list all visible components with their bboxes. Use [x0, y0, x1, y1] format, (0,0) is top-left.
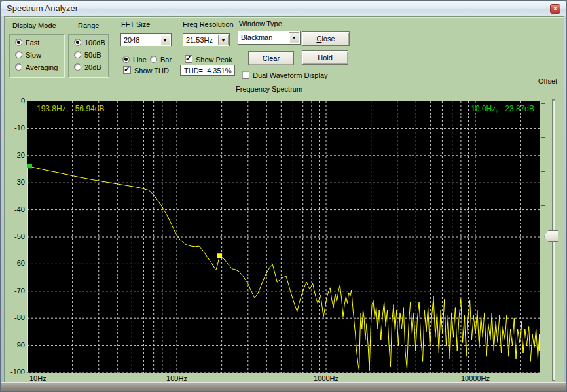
- y-tick-label: -100: [5, 368, 25, 376]
- title-bar[interactable]: Spectrum Analyzer x: [1, 1, 567, 16]
- y-tick-label: -50: [5, 232, 25, 240]
- offset-slider-thumb[interactable]: [544, 230, 558, 242]
- fft-size-select[interactable]: 2048 ▼: [120, 33, 172, 46]
- y-tick-label: -70: [5, 287, 25, 294]
- window-bottom-frame: [1, 382, 567, 391]
- radio-range-20db[interactable]: 20dB: [74, 63, 108, 72]
- fft-size-label: FFT Size: [121, 20, 150, 28]
- y-tick-label: -90: [5, 341, 25, 349]
- y-tick-label: -40: [5, 205, 25, 213]
- close-icon[interactable]: x: [550, 4, 560, 14]
- range-label: Range: [78, 22, 99, 29]
- y-axis-labels: 0-10-20-30-40-50-60-70-80-90-100: [5, 101, 25, 376]
- window-type-select[interactable]: Blackman ▼: [238, 31, 301, 45]
- y-tick-label: -20: [5, 151, 25, 159]
- x-tick-label: 100Hz: [151, 374, 203, 382]
- clear-button[interactable]: Clear: [248, 51, 294, 65]
- close-button[interactable]: Close: [302, 31, 350, 46]
- chart-title: Frequency Spectrum: [236, 85, 302, 93]
- freq-resolution-label: Freq Resolution: [183, 20, 234, 28]
- show-peak-checkbox[interactable]: ✓: [185, 55, 192, 63]
- radio-icon[interactable]: [74, 51, 81, 58]
- y-tick-label: -80: [5, 313, 25, 321]
- radio-icon[interactable]: [150, 56, 157, 63]
- show-peak-label: Show Peak: [196, 56, 232, 63]
- y-tick-label: -60: [5, 259, 25, 267]
- y-tick-label: -10: [5, 124, 25, 132]
- radio-icon[interactable]: [74, 63, 81, 71]
- display-mode-group: Fast Slow Averaging: [9, 34, 64, 77]
- spectrum-plot-svg: [27, 101, 540, 373]
- window-title: Spectrum Analyzer: [7, 3, 78, 13]
- radio-icon[interactable]: [122, 56, 130, 63]
- offset-label: Offset: [538, 77, 557, 85]
- chevron-down-icon[interactable]: ▼: [218, 35, 229, 45]
- window-type-label: Window Type: [239, 20, 282, 27]
- chevron-down-icon[interactable]: ▼: [289, 32, 299, 43]
- freq-resolution-select[interactable]: 21.53Hz ▼: [183, 33, 230, 46]
- x-tick-label: 1000Hz: [300, 374, 352, 382]
- radio-bar[interactable]: Bar: [150, 55, 174, 64]
- display-mode-label: Display Mode: [12, 22, 56, 29]
- dual-waveform-label: Dual Waveform Display: [253, 71, 328, 79]
- offset-slider-ticks: [541, 103, 545, 376]
- cursor-readout: 10.0Hz, -23.87dB: [471, 104, 534, 113]
- radio-icon[interactable]: [15, 51, 22, 58]
- show-thd-label: Show THD: [134, 67, 169, 75]
- radio-display-slow[interactable]: Slow: [15, 50, 61, 60]
- spectrum-analyzer-window: Spectrum Analyzer x Display Mode Fast Sl…: [0, 0, 567, 392]
- chevron-down-icon[interactable]: ▼: [160, 35, 170, 45]
- radio-icon[interactable]: [15, 39, 22, 46]
- dual-waveform-checkbox[interactable]: ✓: [242, 71, 249, 79]
- range-group: 100dB 50dB 20dB: [68, 34, 109, 77]
- x-tick-label: 10Hz: [29, 374, 46, 382]
- spectrum-plot[interactable]: 193.8Hz, -56.94dB 10.0Hz, -23.87dB: [27, 101, 540, 373]
- radio-icon[interactable]: [74, 39, 81, 46]
- y-tick-label: 0: [5, 97, 25, 105]
- client-area: Display Mode Fast Slow Averaging Range 1…: [4, 16, 564, 383]
- radio-display-fast[interactable]: Fast: [15, 38, 61, 47]
- y-tick-label: -30: [5, 178, 25, 186]
- radio-icon[interactable]: [15, 63, 22, 71]
- radio-line[interactable]: Line: [122, 55, 149, 64]
- radio-range-50db[interactable]: 50dB: [74, 50, 108, 60]
- peak-readout: 193.8Hz, -56.94dB: [37, 104, 104, 113]
- radio-display-averaging[interactable]: Averaging: [15, 63, 61, 72]
- hold-button[interactable]: Hold: [302, 50, 348, 65]
- show-thd-checkbox[interactable]: ✓: [123, 66, 131, 74]
- radio-range-100db[interactable]: 100dB: [74, 38, 108, 47]
- x-tick-label: 10000Hz: [449, 374, 502, 382]
- thd-readout: THD= 4.351%: [180, 65, 235, 76]
